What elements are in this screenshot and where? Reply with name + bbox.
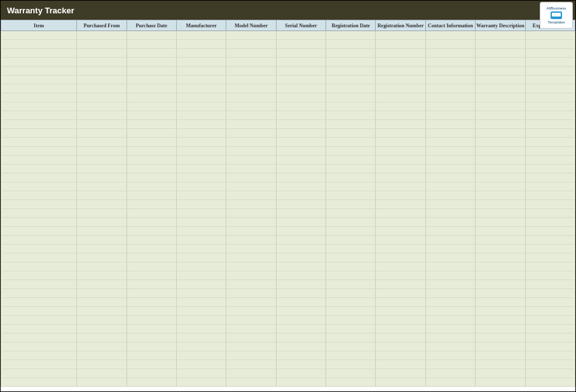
table-cell[interactable] [425, 289, 475, 298]
table-cell[interactable] [77, 156, 127, 165]
table-cell[interactable] [77, 262, 127, 271]
table-cell[interactable] [376, 236, 425, 245]
table-cell[interactable] [326, 76, 376, 84]
table-cell[interactable] [127, 245, 176, 253]
table-cell[interactable] [525, 360, 575, 369]
table-cell[interactable] [276, 40, 326, 49]
table-cell[interactable] [525, 120, 575, 129]
table-cell[interactable] [77, 76, 127, 84]
table-cell[interactable] [276, 84, 326, 93]
table-cell[interactable] [525, 49, 575, 58]
table-cell[interactable] [77, 173, 127, 182]
table-cell[interactable] [77, 209, 127, 218]
table-cell[interactable] [127, 147, 176, 156]
table-cell[interactable] [226, 165, 276, 173]
table-cell[interactable] [276, 325, 326, 334]
table-cell[interactable] [376, 369, 425, 378]
table-cell[interactable] [525, 298, 575, 307]
table-cell[interactable] [276, 67, 326, 76]
table-cell[interactable] [376, 342, 425, 351]
table-cell[interactable] [226, 120, 276, 129]
table-cell[interactable] [525, 182, 575, 191]
table-cell[interactable] [1, 67, 77, 76]
table-cell[interactable] [127, 31, 176, 40]
table-cell[interactable] [226, 49, 276, 58]
table-cell[interactable] [77, 342, 127, 351]
table-cell[interactable] [226, 111, 276, 120]
table-cell[interactable] [326, 351, 376, 360]
table-cell[interactable] [176, 325, 226, 334]
table-cell[interactable] [77, 111, 127, 120]
table-cell[interactable] [127, 84, 176, 93]
table-cell[interactable] [226, 342, 276, 351]
table-cell[interactable] [226, 280, 276, 289]
table-cell[interactable] [525, 67, 575, 76]
table-cell[interactable] [77, 93, 127, 102]
table-cell[interactable] [176, 165, 226, 173]
table-cell[interactable] [1, 245, 77, 253]
table-cell[interactable] [326, 325, 376, 334]
table-cell[interactable] [226, 316, 276, 325]
table-cell[interactable] [425, 351, 475, 360]
table-cell[interactable] [1, 40, 77, 49]
table-cell[interactable] [425, 182, 475, 191]
table-cell[interactable] [77, 120, 127, 129]
table-cell[interactable] [326, 182, 376, 191]
table-cell[interactable] [425, 49, 475, 58]
table-cell[interactable] [1, 147, 77, 156]
table-cell[interactable] [326, 369, 376, 378]
table-cell[interactable] [425, 262, 475, 271]
table-cell[interactable] [77, 182, 127, 191]
table-cell[interactable] [376, 245, 425, 253]
table-cell[interactable] [376, 102, 425, 111]
table-cell[interactable] [326, 227, 376, 236]
table-cell[interactable] [127, 280, 176, 289]
table-cell[interactable] [425, 129, 475, 138]
table-cell[interactable] [1, 111, 77, 120]
table-cell[interactable] [226, 173, 276, 182]
table-cell[interactable] [226, 138, 276, 147]
table-cell[interactable] [376, 316, 425, 325]
table-cell[interactable] [326, 31, 376, 40]
table-cell[interactable] [326, 360, 376, 369]
table-cell[interactable] [425, 173, 475, 182]
table-cell[interactable] [476, 245, 525, 253]
table-cell[interactable] [77, 58, 127, 67]
table-cell[interactable] [176, 76, 226, 84]
table-cell[interactable] [127, 120, 176, 129]
table-cell[interactable] [1, 334, 77, 342]
table-cell[interactable] [476, 271, 525, 280]
table-cell[interactable] [525, 325, 575, 334]
table-cell[interactable] [127, 262, 176, 271]
table-cell[interactable] [77, 334, 127, 342]
table-cell[interactable] [326, 58, 376, 67]
table-cell[interactable] [425, 67, 475, 76]
table-cell[interactable] [226, 245, 276, 253]
table-cell[interactable] [77, 316, 127, 325]
table-cell[interactable] [525, 147, 575, 156]
table-cell[interactable] [326, 165, 376, 173]
table-cell[interactable] [77, 289, 127, 298]
table-cell[interactable] [376, 58, 425, 67]
table-cell[interactable] [525, 58, 575, 67]
table-cell[interactable] [376, 325, 425, 334]
table-cell[interactable] [525, 253, 575, 262]
table-cell[interactable] [127, 93, 176, 102]
table-cell[interactable] [326, 138, 376, 147]
table-cell[interactable] [226, 191, 276, 200]
table-cell[interactable] [425, 84, 475, 93]
table-cell[interactable] [1, 191, 77, 200]
table-cell[interactable] [376, 298, 425, 307]
table-cell[interactable] [425, 369, 475, 378]
table-cell[interactable] [127, 289, 176, 298]
table-cell[interactable] [425, 245, 475, 253]
table-cell[interactable] [127, 227, 176, 236]
table-cell[interactable] [425, 342, 475, 351]
table-cell[interactable] [376, 67, 425, 76]
table-cell[interactable] [176, 227, 226, 236]
table-cell[interactable] [1, 129, 77, 138]
table-cell[interactable] [226, 40, 276, 49]
table-cell[interactable] [476, 129, 525, 138]
table-cell[interactable] [425, 147, 475, 156]
table-cell[interactable] [1, 31, 77, 40]
